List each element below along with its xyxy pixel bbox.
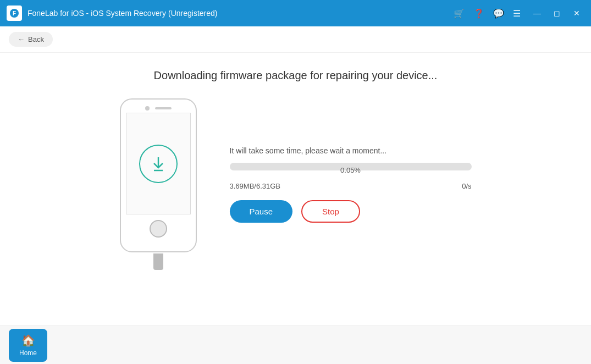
home-label: Home (19, 349, 37, 357)
app-title: FoneLab for iOS - iOS System Recovery (U… (27, 9, 217, 18)
download-speed: 0/s (462, 182, 471, 190)
progress-label: 0.05% (230, 166, 472, 174)
phone-illustration (120, 98, 197, 270)
back-arrow-icon: ← (18, 35, 25, 43)
downloaded-size: 3.69MB/6.31GB (230, 182, 281, 190)
page-title: Downloading firmware package for repairi… (154, 69, 438, 82)
close-button[interactable]: ✕ (569, 5, 584, 21)
menu-icon[interactable]: ☰ (513, 8, 521, 19)
question-icon[interactable]: ❓ (473, 8, 484, 19)
titlebar-icons: 🛒 ❓ 💬 ☰ (454, 8, 521, 19)
action-buttons: Pause Stop (230, 200, 472, 223)
phone-speaker (155, 107, 172, 109)
home-button[interactable]: 🏠 Home (9, 329, 47, 362)
minimize-button[interactable]: — (529, 5, 545, 21)
chat-icon[interactable]: 💬 (493, 8, 504, 19)
back-button[interactable]: ← Back (9, 32, 53, 47)
wait-message: It will take some time, please wait a mo… (230, 146, 472, 155)
titlebar-left: F FoneLab for iOS - iOS System Recovery … (7, 5, 217, 21)
phone-home-button (150, 220, 167, 238)
back-label: Back (28, 35, 44, 43)
bottom-bar: 🏠 Home (0, 326, 591, 364)
content-area: It will take some time, please wait a mo… (120, 98, 472, 270)
cart-icon[interactable]: 🛒 (454, 8, 465, 19)
app-logo: F (7, 5, 22, 21)
phone-body (120, 98, 197, 252)
window-controls: — ◻ ✕ (529, 5, 584, 21)
phone-top (145, 100, 172, 111)
stop-button[interactable]: Stop (301, 200, 360, 223)
home-icon: 🏠 (21, 334, 35, 347)
nav-bar: ← Back (0, 26, 591, 53)
phone-camera (145, 106, 150, 111)
phone-connector (153, 253, 163, 270)
download-info-panel: It will take some time, please wait a mo… (230, 146, 472, 223)
size-speed-row: 3.69MB/6.31GB 0/s (230, 182, 472, 190)
maximize-button[interactable]: ◻ (549, 5, 565, 21)
pause-button[interactable]: Pause (230, 200, 293, 223)
titlebar: F FoneLab for iOS - iOS System Recovery … (0, 0, 591, 26)
main-content: Downloading firmware package for repairi… (0, 53, 591, 326)
svg-text:F: F (13, 10, 16, 16)
phone-screen (126, 113, 191, 214)
download-icon (139, 145, 178, 183)
progress-section: 0.05% (230, 163, 472, 174)
